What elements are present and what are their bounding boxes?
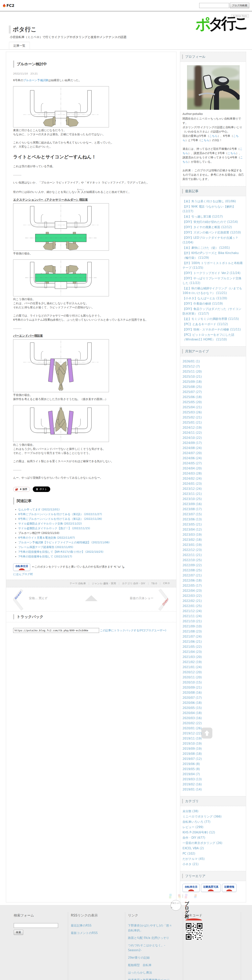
archive-month-item[interactable]: 2021/10 (21) [182, 619, 244, 624]
archive-month-link[interactable]: 2024/08 (24) [182, 446, 202, 450]
archive-month-link[interactable]: 2025/03 (26) [182, 410, 202, 414]
archive-month-item[interactable]: 2024/07 (20) [182, 451, 244, 455]
recent-article-item[interactable]: 【PC】ビットロッカーをオフにした話（Windows11 HOME） (11/1… [182, 332, 244, 342]
archive-month-link[interactable]: 2025/07 (27) [182, 390, 202, 394]
newer-entry-link[interactable]: 安物… 買えず [29, 597, 48, 600]
archive-month-item[interactable]: 2021/07 (24) [182, 634, 244, 639]
archive-month-item[interactable]: 2023/06 (13) [182, 517, 244, 522]
ranking-badge[interactable]: 自転車生活 [182, 884, 199, 892]
recent-article-item[interactable]: 【DIY】蛍光灯の紐が切れたので (12/14) [182, 220, 244, 224]
recent-article-link[interactable]: 【評】NHK 電話 つながらない【解約】 (12/27) [182, 205, 235, 213]
archive-month-item[interactable]: 2019/06 (8) [182, 762, 244, 766]
archive-month-item[interactable]: 2024/05 (27) [182, 461, 244, 466]
archive-month-item[interactable]: 2020/05 (15) [182, 706, 244, 710]
archive-month-link[interactable]: 2020/09 (21) [182, 686, 202, 689]
archive-month-item[interactable]: 2021/12 (24) [182, 609, 244, 614]
trackback-url-input[interactable] [13, 628, 99, 633]
inline-link[interactable]: ブルホーン予備試験 [23, 79, 48, 82]
older-entry-link[interactable]: 最後の天体ショー [130, 597, 153, 600]
related-article-item[interactable]: 7号車の現役復帰を目指して【BR-R317の取り付け】 (2022/10/25) [18, 550, 169, 554]
archive-month-link[interactable]: 2019/12 (22) [182, 732, 202, 735]
home-icon[interactable] [85, 592, 97, 595]
archive-month-item[interactable]: 2025/09 (18) [182, 379, 244, 384]
archive-month-item[interactable]: 2020/09 (21) [182, 685, 244, 690]
archive-month-link[interactable]: 2021/10 (21) [182, 620, 202, 623]
recent-article-link[interactable]: 【未】豪快にこけた（徒） (12/01) [182, 246, 230, 250]
archive-month-link[interactable]: 2024/07 (20) [182, 452, 202, 455]
archive-month-item[interactable]: 2020/01 (26) [182, 726, 244, 731]
related-article-link[interactable]: ブルホーン予備試験【ラピッドファイアーとの相性確認】 (2022/11/06) [18, 541, 110, 544]
blogroll-item[interactable]: 路面と勾配 f/k/a 北摂ひっそり [128, 935, 175, 940]
archive-month-item[interactable]: 2023/01 (19) [182, 542, 244, 547]
related-article-link[interactable]: 6号車にブルホーンハンドルを付けてみる（第2話） (2022/11/27) [18, 512, 102, 515]
recent-article-link[interactable]: 【評】KHSのPシリーズと Bike Kinchaku（輪行袋） (11/29) [182, 251, 239, 259]
entry-meta-link[interactable]: CM:0 [163, 582, 169, 585]
archive-month-item[interactable]: 2024/01 (23) [182, 481, 244, 486]
archive-month-link[interactable]: 2021/02 (19) [182, 660, 202, 664]
archive-month-link[interactable]: 2022/05 (17) [182, 584, 202, 587]
blogroll-link[interactable]: 29er乗りの記録 [128, 956, 150, 959]
related-article-link[interactable]: 6号車のライト充電＆電池交換 (2022/11/07) [18, 536, 75, 539]
archive-month-link[interactable]: 2020/05 (15) [182, 706, 202, 710]
blogmura-banner[interactable]: にほん ブログ村 プロフィール [182, 894, 183, 898]
blog-search-input[interactable] [199, 3, 229, 8]
tab-article-list[interactable]: 記事一覧 [9, 42, 30, 49]
archive-month-item[interactable]: 2025/05 (20) [182, 400, 244, 404]
recent-article-link[interactable]: 【DIY】LEDブロックダイナモが点滅ぅ？ (12/04) [182, 236, 238, 244]
ranking-badge[interactable]: 近畿情報 [222, 884, 236, 892]
recent-article-link[interactable]: 【DIY】巾着袋の修繕 (11/19) [182, 302, 223, 305]
archive-month-link[interactable]: 2021/03 (20) [182, 655, 202, 659]
archive-month-item[interactable]: 2019/02 (16) [182, 782, 244, 787]
archive-month-item[interactable]: 2025/01 (21) [182, 420, 244, 425]
archive-month-item[interactable]: 2024/11 (22) [182, 430, 244, 435]
footer-search-button[interactable]: 検索 [14, 930, 23, 935]
archive-month-item[interactable]: 2019/10 (19) [182, 741, 244, 746]
archive-month-item[interactable]: 2020/10 (15) [182, 680, 244, 685]
archive-month-item[interactable]: 2025/02 (21) [182, 415, 244, 420]
archive-month-item[interactable]: 2024/02 (24) [182, 476, 244, 481]
category-item[interactable]: 一昔前の東京ポタリング (26) [182, 841, 244, 845]
archive-month-item[interactable]: 2020/06 (18) [182, 700, 244, 705]
related-article-item[interactable]: ブルホーン予備試験【ラピッドファイアーとの相性確認】 (2022/11/06) [18, 540, 169, 545]
archive-month-item[interactable]: 2020/12 (20) [182, 670, 244, 675]
recent-article-item[interactable]: 【走】秋の篠山城跡サイクリング（いまでも100キロいけるかな？） (11/21) [182, 286, 244, 295]
category-link[interactable]: EXCEL VBA (2) [182, 846, 204, 850]
archive-month-link[interactable]: 2022/06 (18) [182, 579, 202, 582]
archive-month-link[interactable]: 2019/10 (19) [182, 742, 202, 745]
recent-article-link[interactable]: 【PC】とあるキーボード (11/12) [182, 323, 228, 326]
archive-month-link[interactable]: 2025/10 (21) [182, 375, 202, 379]
archive-month-item[interactable]: 2021/04 (23) [182, 649, 244, 654]
archive-month-item[interactable]: 2023/07 (15) [182, 512, 244, 517]
blogroll-link[interactable]: 路面と勾配 f/k/a 北摂ひっそり [128, 936, 169, 940]
ranking-badge[interactable]: 近畿風景写真 [201, 884, 221, 892]
archive-month-item[interactable]: 2022/06 (18) [182, 578, 244, 583]
blogroll-item[interactable]: 29er乗りの記録 [128, 955, 175, 960]
archive-month-link[interactable]: 2019/01 (14) [182, 788, 202, 791]
rss-item[interactable]: 最近記事のRSS [71, 923, 118, 928]
archive-month-item[interactable]: 2024/04 (20) [182, 466, 244, 471]
archive-month-link[interactable]: 2023/09 (16) [182, 502, 202, 506]
archive-month-link[interactable]: 2019/04 (7) [182, 772, 200, 776]
archive-month-link[interactable]: 2019/08 (18) [182, 752, 202, 756]
archive-month-link[interactable]: 2021/08 (23) [182, 630, 202, 633]
archive-month-item[interactable]: 2023/02 (18) [182, 538, 244, 542]
archive-month-item[interactable]: 2022/11 (21) [182, 553, 244, 557]
recent-article-link[interactable]: 【DIY】タイヤの廃棄と断面 (12/12) [182, 225, 232, 229]
archive-month-link[interactable]: 2021/07 (24) [182, 635, 202, 638]
archive-month-item[interactable]: 2021/06 (21) [182, 640, 244, 644]
archive-month-link[interactable]: 2020/08 (16) [182, 691, 202, 694]
archive-month-link[interactable]: 2022/10 (25) [182, 558, 202, 562]
recent-article-item[interactable]: 【小ネタ】なんばーとお (11/20) [182, 296, 244, 301]
related-article-item[interactable]: 6号車にブルホーンハンドルを付けてみる（第2話） (2022/11/27) [18, 512, 169, 517]
inline-link[interactable]: こちら [228, 151, 236, 154]
archive-month-link[interactable]: 2022/09 (22) [182, 563, 202, 567]
entry-meta-link[interactable]: TB:0 [152, 582, 157, 585]
cycle-life-ranking-badge[interactable]: 自転車生活 [13, 563, 30, 571]
related-article-item[interactable]: 6号車のライト充電＆電池交換 (2022/11/07) [18, 536, 169, 540]
archive-month-link[interactable]: 2024/06 (24) [182, 457, 202, 460]
related-article-item[interactable]: フレーム保護テープ経過報告 (2022/11/05) [18, 545, 169, 549]
recent-article-link[interactable]: 【DIY】恒例・スマホポーチの補修 (11/11) [182, 328, 241, 331]
category-item[interactable]: PC (102) [182, 851, 244, 856]
recent-article-link[interactable]: 【DIY】ズボンの裾バンド応急措置 (12/10) [182, 231, 241, 234]
recent-article-item[interactable]: 【DIY】ズボンの裾バンド応急措置 (12/10) [182, 230, 244, 235]
